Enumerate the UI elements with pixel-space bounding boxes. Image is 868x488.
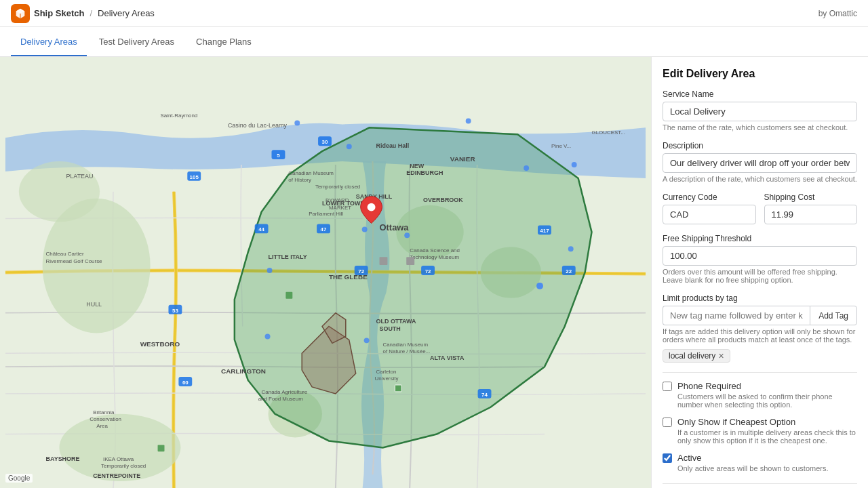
svg-text:GLOUCEST...: GLOUCEST... (592, 129, 625, 136)
svg-point-62 (568, 246, 574, 251)
svg-text:SOUTH: SOUTH (380, 325, 401, 332)
svg-text:44: 44 (258, 226, 264, 232)
active-group: Active Only active areas will be shown t… (663, 453, 857, 472)
sidebar: Edit Delivery Area Service Name The name… (651, 57, 868, 488)
svg-text:Château Cartier: Château Cartier (46, 251, 84, 257)
phone-required-title: Phone Required (677, 381, 857, 391)
brand-name: Ship Sketch (34, 8, 84, 18)
svg-text:ALTA VISTA: ALTA VISTA (430, 354, 465, 361)
currency-code-input[interactable] (663, 205, 756, 224)
description-label: Description (663, 141, 857, 150)
svg-text:of History: of History (288, 177, 311, 183)
description-hint: A description of the rate, which custome… (663, 175, 857, 183)
svg-point-57 (347, 144, 352, 149)
map-background: PLATEAU Château Cartier Rivermead Golf C… (0, 57, 651, 488)
svg-rect-88 (380, 257, 388, 265)
divider (663, 372, 857, 373)
svg-point-59 (572, 162, 577, 167)
nav-tabs: Delivery Areas Test Delivery Areas Chang… (0, 27, 868, 57)
svg-point-7 (19, 161, 100, 222)
map-container[interactable]: PLATEAU Château Cartier Rivermead Golf C… (0, 57, 651, 488)
svg-text:Area: Area (96, 423, 108, 429)
only-cheapest-label[interactable]: Only Show if Cheapest Option If a custom… (663, 417, 857, 445)
svg-text:30: 30 (322, 139, 328, 145)
svg-text:60: 60 (182, 380, 189, 386)
service-name-group: Service Name The name of the rate, which… (663, 89, 857, 131)
add-tag-button[interactable]: Add Tag (810, 306, 857, 325)
svg-point-60 (524, 165, 529, 171)
active-checkbox[interactable] (663, 453, 672, 463)
svg-rect-53 (285, 292, 292, 299)
service-name-input[interactable] (663, 102, 857, 121)
only-cheapest-title: Only Show if Cheapest Option (677, 417, 857, 427)
service-name-label: Service Name (663, 89, 857, 99)
breadcrumb-sep: / (90, 8, 92, 18)
svg-text:72: 72 (358, 268, 364, 274)
sidebar-footer: Cancel Delete Update (663, 483, 857, 488)
svg-text:Rivermead Golf Course: Rivermead Golf Course (46, 258, 103, 264)
tag-input[interactable] (663, 306, 810, 325)
svg-text:OVERBROOK: OVERBROOK (423, 197, 463, 203)
svg-point-67 (265, 333, 271, 339)
svg-text:Casino du Lac-Leamy: Casino du Lac-Leamy (228, 122, 287, 129)
tab-test-delivery-areas[interactable]: Test Delivery Areas (90, 30, 184, 56)
only-cheapest-desc: If a customer is in multiple delivery ar… (677, 428, 857, 445)
shipping-cost-input[interactable] (764, 205, 858, 224)
svg-text:PLATEAU: PLATEAU (66, 173, 93, 180)
shipping-cost-group: Shipping Cost (764, 192, 858, 224)
tag-item: local delivery × (663, 349, 730, 363)
svg-text:105: 105 (190, 174, 199, 180)
svg-text:Conservation: Conservation (90, 416, 121, 422)
svg-text:VANIER: VANIER (450, 155, 475, 163)
active-title: Active (677, 453, 829, 463)
main-content: PLATEAU Château Cartier Rivermead Golf C… (0, 57, 868, 488)
svg-point-90 (368, 203, 376, 211)
topbar: Ship Sketch / Delivery Areas by Omattic (0, 0, 868, 27)
description-input[interactable] (663, 153, 857, 173)
limit-tags-label: Limit products by tag (663, 293, 857, 303)
svg-point-65 (362, 226, 368, 232)
svg-text:and Food Museum: and Food Museum (258, 396, 304, 402)
svg-text:Pine V...: Pine V... (551, 143, 571, 149)
description-group: Description A description of the rate, w… (663, 141, 857, 183)
svg-text:Canadian Museum: Canadian Museum (382, 342, 428, 348)
shipping-cost-label: Shipping Cost (764, 192, 858, 202)
currency-code-group: Currency Code (663, 192, 756, 224)
app-logo (11, 4, 30, 23)
phone-required-label[interactable]: Phone Required Customers will be asked t… (663, 381, 857, 409)
svg-text:Temporarily closed: Temporarily closed (101, 463, 146, 469)
free-threshold-group: Free Shipping Threshold Orders over this… (663, 234, 857, 284)
svg-text:53: 53 (172, 308, 178, 314)
svg-text:Britannia: Britannia (93, 409, 115, 415)
service-name-hint: The name of the rate, which customers se… (663, 123, 857, 131)
svg-text:22: 22 (566, 268, 572, 274)
svg-text:EDINBURGH: EDINBURGH (406, 169, 443, 176)
free-threshold-label: Free Shipping Threshold (663, 234, 857, 243)
free-threshold-input[interactable] (663, 246, 857, 266)
svg-text:Parliament Hill: Parliament Hill (309, 211, 343, 217)
svg-text:Canada Agriculture: Canada Agriculture (262, 389, 308, 395)
svg-text:University: University (375, 375, 399, 382)
svg-text:417: 417 (540, 228, 549, 234)
phone-required-checkbox[interactable] (663, 382, 672, 391)
currency-code-label: Currency Code (663, 192, 756, 202)
google-watermark: Google (5, 474, 33, 483)
svg-text:Canada Science and: Canada Science and (410, 247, 460, 253)
tab-delivery-areas[interactable]: Delivery Areas (11, 30, 87, 56)
tags-container: local delivery × (663, 349, 857, 363)
svg-point-66 (364, 338, 370, 343)
tab-change-plans[interactable]: Change Plans (186, 30, 261, 56)
svg-text:Temporarily closed: Temporarily closed (315, 184, 360, 190)
svg-text:BYWARD: BYWARD (326, 197, 349, 203)
limit-tags-group: Limit products by tag Add Tag If tags ar… (663, 293, 857, 363)
topbar-right: by Omattic (818, 9, 857, 18)
only-cheapest-checkbox[interactable] (663, 418, 672, 427)
tags-hint: If tags are added this delivery option w… (663, 327, 857, 344)
tag-remove-button[interactable]: × (718, 351, 724, 361)
svg-text:Rideau Hall: Rideau Hall (376, 142, 410, 149)
topbar-left: Ship Sketch / Delivery Areas (11, 4, 155, 23)
active-label[interactable]: Active Only active areas will be shown t… (663, 453, 857, 472)
svg-text:5: 5 (277, 152, 280, 159)
phone-required-desc: Customers will be asked to confirm their… (677, 392, 857, 409)
svg-text:NEW: NEW (410, 163, 424, 169)
